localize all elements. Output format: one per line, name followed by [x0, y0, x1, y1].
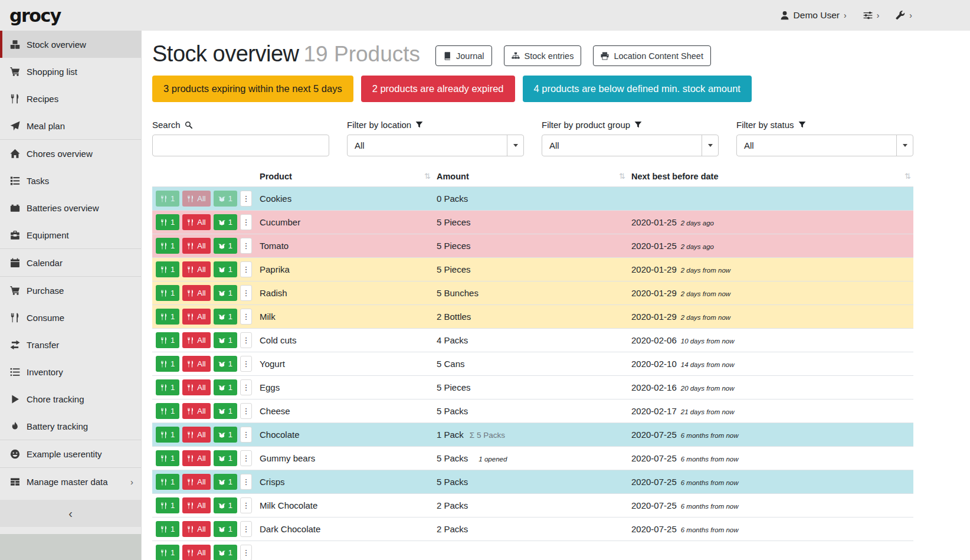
row-menu-button[interactable]: ⋮ [240, 497, 252, 513]
open-one-button[interactable]: 1 [214, 474, 237, 490]
row-menu-button[interactable]: ⋮ [240, 427, 252, 443]
sidebar-item-example-userentity[interactable]: Example userentity [0, 440, 141, 467]
consume-all-button[interactable]: All [182, 450, 210, 466]
open-one-button[interactable]: 1 [214, 309, 237, 325]
consume-one-button[interactable]: 1 [156, 545, 179, 560]
row-menu-button[interactable]: ⋮ [240, 191, 252, 207]
open-one-button[interactable]: 1 [214, 191, 237, 207]
sidebar-item-chores-overview[interactable]: Chores overview [0, 140, 141, 167]
consume-one-button[interactable]: 1 [156, 474, 179, 490]
consume-one-button[interactable]: 1 [156, 261, 179, 277]
consume-all-button[interactable]: All [182, 285, 210, 301]
consume-one-button[interactable]: 1 [156, 309, 179, 325]
sidebar-item-stock-overview[interactable]: Stock overview [0, 31, 141, 58]
status-filter-select[interactable]: All [736, 135, 913, 156]
sidebar-item-batteries-overview[interactable]: Batteries overview [0, 194, 141, 221]
sidebar-item-meal-plan[interactable]: Meal plan [0, 112, 141, 139]
sort-icon[interactable]: ⇅ [619, 172, 625, 181]
alert-below-min-stock-button[interactable]: 4 products are below defined min. stock … [523, 76, 752, 102]
open-one-button[interactable]: 1 [214, 238, 237, 254]
open-one-button[interactable]: 1 [214, 285, 237, 301]
consume-one-button[interactable]: 1 [156, 403, 179, 419]
consume-all-button[interactable]: All [182, 497, 210, 513]
consume-all-button[interactable]: All [182, 238, 210, 254]
product-group-filter-select[interactable]: All [542, 135, 719, 156]
open-one-button[interactable]: 1 [214, 379, 237, 395]
consume-one-button[interactable]: 1 [156, 285, 179, 301]
sidebar-item-equipment[interactable]: Equipment [0, 221, 141, 248]
sidebar-item-manage-master-data[interactable]: Manage master data› [0, 468, 141, 495]
sidebar-item-transfer[interactable]: Transfer [0, 331, 141, 358]
column-header-product[interactable]: Product ⇅ [256, 168, 433, 187]
consume-all-button[interactable]: All [182, 545, 210, 560]
consume-all-button[interactable]: All [182, 261, 210, 277]
row-menu-button[interactable]: ⋮ [240, 379, 252, 395]
search-input[interactable] [152, 135, 329, 156]
consume-all-button[interactable]: All [182, 474, 210, 490]
row-menu-button[interactable]: ⋮ [240, 238, 252, 254]
sort-icon[interactable]: ⇅ [424, 172, 431, 181]
consume-all-button[interactable]: All [182, 427, 210, 443]
consume-all-button[interactable]: All [182, 191, 210, 207]
sidebar-item-consume[interactable]: Consume [0, 304, 141, 331]
row-menu-button[interactable]: ⋮ [240, 450, 252, 466]
consume-one-button[interactable]: 1 [156, 238, 179, 254]
row-menu-button[interactable]: ⋮ [240, 403, 252, 419]
sidebar-collapse-button[interactable]: ‹ [0, 500, 141, 527]
open-one-button[interactable]: 1 [214, 261, 237, 277]
consume-all-button[interactable]: All [182, 403, 210, 419]
row-menu-button[interactable]: ⋮ [240, 332, 252, 348]
row-menu-button[interactable]: ⋮ [240, 521, 252, 537]
sidebar-item-recipes[interactable]: Recipes [0, 85, 141, 112]
open-one-button[interactable]: 1 [214, 332, 237, 348]
open-one-button[interactable]: 1 [214, 427, 237, 443]
sidebar-item-chore-tracking[interactable]: Chore tracking [0, 385, 141, 412]
consume-all-button[interactable]: All [182, 214, 210, 230]
consume-one-button[interactable]: 1 [156, 521, 179, 537]
open-one-button[interactable]: 1 [214, 450, 237, 466]
sort-icon[interactable]: ⇅ [905, 172, 911, 181]
journal-button[interactable]: Journal [435, 45, 492, 66]
row-menu-button[interactable]: ⋮ [240, 356, 252, 372]
open-one-button[interactable]: 1 [214, 214, 237, 230]
consume-one-button[interactable]: 1 [156, 332, 179, 348]
admin-menu[interactable]: › [896, 11, 912, 20]
consume-all-button[interactable]: All [182, 379, 210, 395]
sidebar-item-tasks[interactable]: Tasks [0, 167, 141, 194]
consume-one-button[interactable]: 1 [156, 356, 179, 372]
open-one-button[interactable]: 1 [214, 356, 237, 372]
consume-one-button[interactable]: 1 [156, 427, 179, 443]
row-menu-button[interactable]: ⋮ [240, 285, 252, 301]
open-one-button[interactable]: 1 [214, 521, 237, 537]
consume-all-button[interactable]: All [182, 309, 210, 325]
sidebar-item-shopping-list[interactable]: Shopping list [0, 58, 141, 85]
open-one-button[interactable]: 1 [214, 545, 237, 560]
stock-entries-button[interactable]: Stock entries [504, 45, 582, 66]
alert-expiring-soon-button[interactable]: 3 products expiring within the next 5 da… [152, 76, 353, 102]
consume-one-button[interactable]: 1 [156, 214, 179, 230]
location-filter-select[interactable]: All [347, 135, 524, 156]
open-one-button[interactable]: 1 [214, 403, 237, 419]
column-header-amount[interactable]: Amount ⇅ [433, 168, 628, 187]
alert-expired-button[interactable]: 2 products are already expired [361, 76, 515, 102]
user-menu[interactable]: Demo User › [780, 10, 847, 21]
consume-all-button[interactable]: All [182, 356, 210, 372]
column-header-next-best-before-date[interactable]: Next best before date ⇅ [628, 168, 913, 187]
consume-one-button[interactable]: 1 [156, 450, 179, 466]
location-content-sheet-button[interactable]: Location Content Sheet [593, 45, 711, 66]
sidebar-item-battery-tracking[interactable]: Battery tracking [0, 412, 141, 440]
consume-all-button[interactable]: All [182, 521, 210, 537]
sidebar-item-purchase[interactable]: Purchase [0, 277, 141, 304]
consume-one-button[interactable]: 1 [156, 497, 179, 513]
row-menu-button[interactable]: ⋮ [240, 474, 252, 490]
consume-all-button[interactable]: All [182, 332, 210, 348]
app-logo[interactable]: grocy [9, 5, 61, 26]
open-one-button[interactable]: 1 [214, 497, 237, 513]
row-menu-button[interactable]: ⋮ [240, 261, 252, 277]
consume-one-button[interactable]: 1 [156, 191, 179, 207]
row-menu-button[interactable]: ⋮ [240, 309, 252, 325]
settings-menu[interactable]: › [863, 11, 880, 20]
sidebar-item-calendar[interactable]: Calendar [0, 249, 141, 276]
row-menu-button[interactable]: ⋮ [240, 545, 252, 560]
row-menu-button[interactable]: ⋮ [240, 214, 252, 230]
